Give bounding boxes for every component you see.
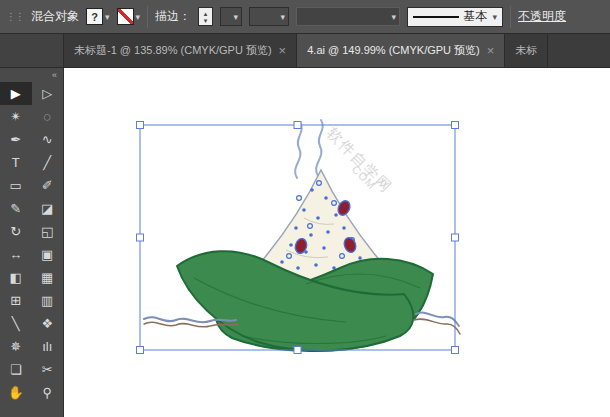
main-area: « ▶▷✴◌✒∿T╱▭✐✎◪↻◱↔▣◧▦⊞▥╲❖✵ılı❏✂✋⚲ 软件自学网 C… <box>0 68 610 417</box>
chevron-down-icon[interactable]: ▾ <box>493 12 498 22</box>
tool-shape-builder[interactable]: ◧ <box>0 266 32 289</box>
tab-4ai[interactable]: 4.ai @ 149.99% (CMYK/GPU 预览) × <box>297 34 505 67</box>
divider <box>510 6 511 28</box>
close-icon[interactable]: × <box>279 44 287 57</box>
tab-untitled-2[interactable]: 未标 <box>505 34 548 67</box>
selection-type-label: 混合对象 <box>31 8 79 25</box>
tool-eraser[interactable]: ◪ <box>32 197 64 220</box>
selection-handle[interactable] <box>452 234 459 241</box>
tab-label: 未标题-1 @ 135.89% (CMYK/GPU 预览) <box>74 43 272 58</box>
graphic-style-dropdown[interactable]: 基本 ▾ <box>407 7 503 27</box>
tool-pen[interactable]: ✒ <box>0 128 32 151</box>
tool-line-segment[interactable]: ╱ <box>32 151 64 174</box>
selection-handle[interactable] <box>294 347 301 354</box>
chevron-down-icon[interactable]: ▾ <box>105 12 110 22</box>
chevron-down-icon[interactable]: ▾ <box>281 12 286 22</box>
stroke-preview-line <box>413 16 458 18</box>
width-profile-dropdown[interactable]: ▾ <box>249 7 289 26</box>
tool-rectangle[interactable]: ▭ <box>0 174 32 197</box>
tool-blend[interactable]: ❖ <box>32 312 64 335</box>
tab-untitled-1[interactable]: 未标题-1 @ 135.89% (CMYK/GPU 预览) × <box>64 34 297 67</box>
tool-free-transform[interactable]: ▣ <box>32 243 64 266</box>
selection-handle[interactable] <box>452 122 459 129</box>
chevron-down-icon[interactable]: ▾ <box>234 12 239 22</box>
tab-label: 4.ai @ 149.99% (CMYK/GPU 预览) <box>307 43 480 58</box>
chevron-down-icon[interactable]: ▾ <box>136 12 141 22</box>
stroke-color-control[interactable]: ▾ <box>117 8 141 25</box>
tool-direct-selection[interactable]: ▷ <box>32 82 64 105</box>
tool-curvature[interactable]: ∿ <box>32 128 64 151</box>
fill-color-control[interactable]: ? ▾ <box>86 8 110 25</box>
stepper-down-icon[interactable]: ▾ <box>204 17 208 24</box>
tool-rotate[interactable]: ↻ <box>0 220 32 243</box>
panel-grip-icon: ⋮⋮ <box>6 11 24 22</box>
close-icon[interactable]: × <box>487 44 495 57</box>
watermark-text: 软件自学网 <box>324 124 396 196</box>
tools-grid: ▶▷✴◌✒∿T╱▭✐✎◪↻◱↔▣◧▦⊞▥╲❖✵ılı❏✂✋⚲ <box>0 82 63 404</box>
tool-column-graph[interactable]: ılı <box>32 335 64 358</box>
opacity-link[interactable]: 不透明度 <box>518 8 566 25</box>
toolbar-collapse-button[interactable]: « <box>0 68 63 82</box>
zongzi-illustration[interactable] <box>144 120 460 351</box>
tool-symbol-sprayer[interactable]: ✵ <box>0 335 32 358</box>
tool-width[interactable]: ↔ <box>0 243 32 266</box>
tool-perspective-grid[interactable]: ▦ <box>32 266 64 289</box>
stepper-up-icon[interactable]: ▴ <box>204 10 208 17</box>
brush-definition-dropdown[interactable]: ▾ <box>296 7 400 26</box>
tool-selection[interactable]: ▶ <box>0 82 32 105</box>
selection-handle[interactable] <box>137 122 144 129</box>
tool-paintbrush[interactable]: ✐ <box>32 174 64 197</box>
tool-scale[interactable]: ◱ <box>32 220 64 243</box>
tool-eyedropper[interactable]: ╲ <box>0 312 32 335</box>
tool-mesh[interactable]: ⊞ <box>0 289 32 312</box>
stroke-none-swatch[interactable] <box>117 8 134 25</box>
stroke-weight-label: 描边： <box>155 8 191 25</box>
control-bar: ⋮⋮ 混合对象 ? ▾ ▾ 描边： ▴ ▾ ▾ ▾ ▾ 基本 ▾ 不透明度 <box>0 0 610 34</box>
tools-panel: « ▶▷✴◌✒∿T╱▭✐✎◪↻◱↔▣◧▦⊞▥╲❖✵ılı❏✂✋⚲ <box>0 68 64 417</box>
tool-pencil[interactable]: ✎ <box>0 197 32 220</box>
tool-artboard[interactable]: ❏ <box>0 358 32 381</box>
fill-color-swatch[interactable]: ? <box>86 8 103 25</box>
divider <box>147 6 148 28</box>
document-tab-bar: 未标题-1 @ 135.89% (CMYK/GPU 预览) × 4.ai @ 1… <box>0 34 610 68</box>
selection-handle[interactable] <box>137 234 144 241</box>
tool-hand[interactable]: ✋ <box>0 381 32 404</box>
tab-bar-spacer <box>0 34 64 67</box>
stroke-weight-stepper[interactable]: ▴ ▾ <box>198 7 213 26</box>
tool-lasso[interactable]: ◌ <box>32 105 64 128</box>
selection-handle[interactable] <box>294 122 301 129</box>
selection-handle[interactable] <box>452 347 459 354</box>
tool-type[interactable]: T <box>0 151 32 174</box>
tool-zoom[interactable]: ⚲ <box>32 381 64 404</box>
artboard-canvas[interactable]: 软件自学网 COM <box>64 68 610 417</box>
graphic-style-label: 基本 <box>464 8 488 25</box>
selection-handle[interactable] <box>137 347 144 354</box>
stroke-weight-dropdown[interactable]: ▾ <box>220 7 242 26</box>
tool-magic-wand[interactable]: ✴ <box>0 105 32 128</box>
chevron-down-icon[interactable]: ▾ <box>392 12 397 22</box>
tool-gradient[interactable]: ▥ <box>32 289 64 312</box>
watermark: 软件自学网 COM <box>324 124 396 196</box>
tool-slice[interactable]: ✂ <box>32 358 64 381</box>
tab-label: 未标 <box>515 43 537 58</box>
